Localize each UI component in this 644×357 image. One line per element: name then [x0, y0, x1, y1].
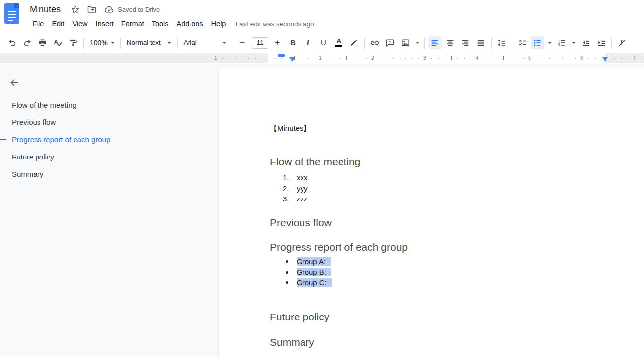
- ruler-tick: [569, 58, 569, 59]
- spell-check-button[interactable]: A: [51, 36, 65, 49]
- list-item[interactable]: 3. zzz: [270, 194, 644, 204]
- last-edit-link[interactable]: Last edit was seconds ago: [235, 20, 314, 28]
- align-center-button[interactable]: [444, 36, 457, 49]
- list-item[interactable]: Group A:: [270, 256, 644, 267]
- outline-item-summary[interactable]: Summary: [0, 165, 214, 183]
- align-left-button[interactable]: [428, 36, 442, 49]
- justify-button[interactable]: [474, 36, 488, 49]
- doc-heading-future[interactable]: Future policy: [270, 311, 644, 323]
- menu-insert[interactable]: Insert: [92, 18, 117, 29]
- insert-link-button[interactable]: [368, 36, 381, 49]
- ruler-tick: [621, 58, 622, 59]
- ruler-tick: [464, 58, 465, 59]
- ruler-tick: [595, 58, 596, 59]
- text-color-button[interactable]: A: [332, 36, 345, 49]
- menu-addons[interactable]: Add-ons: [173, 18, 207, 29]
- ruler-tick: [510, 58, 510, 59]
- menu-tools[interactable]: Tools: [148, 18, 173, 29]
- star-icon[interactable]: [70, 4, 80, 15]
- ruler-tick: [614, 58, 615, 59]
- print-button[interactable]: [36, 36, 49, 49]
- first-line-indent-marker[interactable]: [278, 54, 285, 57]
- doc-heading-flow[interactable]: Flow of the meeting: [270, 156, 644, 168]
- selected-text: Group B:: [297, 268, 331, 276]
- menu-format[interactable]: Format: [117, 18, 148, 29]
- document-page[interactable]: 【Minutes】 Flow of the meeting 1. xxx 2. …: [219, 69, 644, 357]
- doc-heading-summary[interactable]: Summary: [270, 336, 644, 349]
- ruler-tick: [549, 58, 550, 59]
- ruler-tick: [399, 56, 399, 60]
- saved-status[interactable]: Saved to Drive: [118, 6, 160, 13]
- highlight-color-button[interactable]: [347, 36, 361, 49]
- ruler-tick: [484, 58, 484, 59]
- toolbar-divider: [364, 37, 365, 49]
- font-family-select[interactable]: Arial: [180, 36, 229, 49]
- left-indent-marker[interactable]: [289, 57, 295, 62]
- outline-item-progress-report[interactable]: Progress report of each group: [0, 131, 214, 148]
- ruler-tick: [418, 58, 419, 59]
- toolbar-divider: [232, 37, 232, 49]
- ruler-tick: [471, 58, 471, 59]
- numbered-list-dropdown[interactable]: [570, 36, 577, 49]
- ruler-tick: [301, 58, 301, 59]
- outline-item-future-policy[interactable]: Future policy: [0, 148, 214, 165]
- horizontal-ruler[interactable]: 1 1 2 3 4 5 6 7: [0, 53, 644, 63]
- right-indent-marker[interactable]: [602, 57, 608, 62]
- menu-view[interactable]: View: [68, 18, 91, 29]
- list-item-text: yyy: [297, 184, 308, 193]
- font-family-value: Arial: [184, 39, 197, 46]
- ruler-tick: [340, 58, 341, 59]
- undo-button[interactable]: [5, 36, 19, 49]
- insert-image-button[interactable]: [399, 36, 412, 49]
- increase-font-size-button[interactable]: [271, 36, 284, 49]
- list-item[interactable]: 1. xxx: [270, 172, 644, 183]
- text-color-swatch: [335, 45, 342, 47]
- zoom-value: 100%: [90, 39, 108, 47]
- bullet-icon: [286, 281, 288, 284]
- toolbar-divider: [120, 37, 121, 49]
- redo-button[interactable]: [21, 36, 34, 49]
- list-item[interactable]: 2. yyy: [270, 183, 644, 194]
- insert-image-dropdown[interactable]: [414, 36, 421, 49]
- zoom-select[interactable]: 100%: [86, 36, 118, 49]
- increase-indent-button[interactable]: [595, 36, 608, 49]
- menu-help[interactable]: Help: [207, 18, 230, 29]
- doc-heading-previous[interactable]: Previous flow: [270, 216, 644, 229]
- docs-logo-icon[interactable]: [4, 3, 19, 24]
- doc-heading-progress[interactable]: Progress report of each group: [270, 241, 644, 254]
- move-folder-icon[interactable]: [86, 4, 97, 15]
- outline-item-flow-of-the-meeting[interactable]: Flow of the meeting: [0, 96, 214, 114]
- menu-edit[interactable]: Edit: [48, 18, 68, 29]
- checklist-button[interactable]: [516, 36, 529, 49]
- chevron-down-icon: [416, 42, 419, 44]
- ruler-tick: [255, 58, 256, 59]
- line-spacing-button[interactable]: [495, 36, 508, 49]
- clear-formatting-button[interactable]: [615, 36, 629, 49]
- paragraph-style-select[interactable]: Normal text: [123, 36, 175, 49]
- bulleted-list-dropdown[interactable]: [546, 36, 553, 49]
- underline-button[interactable]: U: [317, 36, 330, 49]
- close-outline-button[interactable]: [8, 77, 20, 89]
- align-right-button[interactable]: [459, 36, 472, 49]
- add-comment-button[interactable]: [383, 36, 397, 49]
- bold-button[interactable]: B: [286, 36, 300, 49]
- decrease-font-size-button[interactable]: [236, 36, 249, 49]
- outline-item-previous-flow[interactable]: Previous flow: [0, 114, 214, 131]
- bulleted-list-button[interactable]: [531, 36, 544, 49]
- paint-format-button[interactable]: [67, 36, 80, 49]
- numbered-list-button[interactable]: 123: [555, 36, 568, 49]
- ruler-tick: [405, 58, 406, 59]
- list-item[interactable]: Group B:: [270, 267, 644, 278]
- ruler-tick: [445, 58, 445, 59]
- menu-file[interactable]: File: [29, 18, 48, 29]
- font-size-input[interactable]: 11: [252, 37, 268, 49]
- toolbar-divider: [512, 37, 512, 49]
- doc-intro-line[interactable]: 【Minutes】: [270, 123, 644, 134]
- list-item[interactable]: Group C:: [270, 278, 644, 288]
- ruler-tick: [608, 56, 608, 60]
- italic-button[interactable]: I: [302, 36, 315, 49]
- document-title[interactable]: Minutes: [30, 4, 61, 15]
- ruler-tick: [314, 58, 314, 59]
- decrease-indent-button[interactable]: [579, 36, 593, 49]
- ruler-tick: [491, 58, 491, 59]
